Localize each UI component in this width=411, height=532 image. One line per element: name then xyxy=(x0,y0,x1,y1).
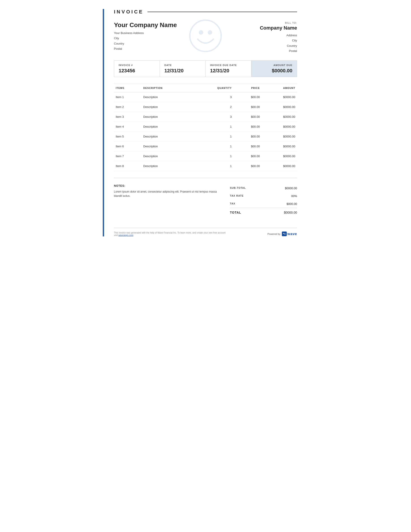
subtotal-row: SUB-TOTAL $0000.00 xyxy=(230,184,297,192)
invoice-number-label: INVOICE # xyxy=(119,64,155,66)
invoice-number-value: 123456 xyxy=(119,68,155,74)
date-value: 12/31/20 xyxy=(164,68,201,74)
wave-text: wave xyxy=(287,232,297,236)
item-quantity: 3 xyxy=(193,92,234,102)
total-value: $0000.00 xyxy=(284,211,297,214)
item-price: $00.00 xyxy=(234,141,262,151)
col-header-items: ITEMS xyxy=(114,84,141,92)
subtotal-value: $0000.00 xyxy=(285,187,297,190)
invoice-meta: INVOICE # 123456 DATE 12/31/20 INVOICE D… xyxy=(114,60,297,77)
due-date-cell: INVOICE DUE DATE 12/31/20 xyxy=(206,61,251,77)
item-quantity: 1 xyxy=(193,161,234,171)
bill-postal: Postal xyxy=(260,48,297,54)
wave-icon xyxy=(282,231,287,236)
item-quantity: 1 xyxy=(193,141,234,151)
bill-to-section: BILL TO: Company Name Address City Count… xyxy=(260,21,297,54)
tax-label: TAX xyxy=(230,202,235,206)
item-price: $00.00 xyxy=(234,92,262,102)
table-row: Item 7 Description 1 $00.00 $0000.00 xyxy=(114,151,297,161)
totals-column: SUB-TOTAL $0000.00 TAX RATE 00% TAX $000… xyxy=(230,184,297,217)
item-price: $00.00 xyxy=(234,132,262,141)
company-info: Your Company Name Your Business Address … xyxy=(114,21,260,54)
item-name: Item 8 xyxy=(114,161,141,171)
item-description: Description xyxy=(141,132,193,141)
item-amount: $0000.00 xyxy=(262,102,297,112)
item-price: $00.00 xyxy=(234,102,262,112)
subtotal-label: SUB-TOTAL xyxy=(230,187,246,190)
items-table: ITEMS DESCRIPTION QUANTITY PRICE AMOUNT … xyxy=(114,84,297,171)
notes-column: NOTES: Lorem ipsum dolor sit amet, conse… xyxy=(114,184,230,217)
item-amount: $0000.00 xyxy=(262,112,297,122)
company-name: Your Company Name xyxy=(114,21,260,29)
col-header-amount: AMOUNT xyxy=(262,84,297,92)
bill-to-label: BILL TO: xyxy=(260,21,297,24)
due-date-value: 12/31/20 xyxy=(210,68,247,74)
due-date-label: INVOICE DUE DATE xyxy=(210,64,247,66)
item-name: Item 5 xyxy=(114,132,141,141)
col-header-quantity: QUANTITY xyxy=(193,84,234,92)
table-row: Item 8 Description 1 $00.00 $0000.00 xyxy=(114,161,297,171)
tax-value: $000.00 xyxy=(287,202,297,206)
company-postal: Postal xyxy=(114,46,260,51)
table-header-row: ITEMS DESCRIPTION QUANTITY PRICE AMOUNT xyxy=(114,84,297,92)
table-row: Item 2 Description 2 $00.00 $0000.00 xyxy=(114,102,297,112)
item-description: Description xyxy=(141,141,193,151)
invoice-number-cell: INVOICE # 123456 xyxy=(114,61,160,77)
item-price: $00.00 xyxy=(234,112,262,122)
table-row: Item 3 Description 3 $00.00 $0000.00 xyxy=(114,112,297,122)
amount-due-cell: AMOUNT DUE $0000.00 xyxy=(251,61,297,77)
item-description: Description xyxy=(141,92,193,102)
item-quantity: 1 xyxy=(193,132,234,141)
item-description: Description xyxy=(141,161,193,171)
date-label: DATE xyxy=(164,64,201,66)
item-name: Item 6 xyxy=(114,141,141,151)
date-cell: DATE 12/31/20 xyxy=(160,61,206,77)
wave-logo: wave xyxy=(282,231,297,236)
item-quantity: 1 xyxy=(193,151,234,161)
footer-section: NOTES: Lorem ipsum dolor sit amet, conse… xyxy=(114,178,297,217)
powered-by: Powered by wave xyxy=(268,231,297,236)
item-price: $00.00 xyxy=(234,151,262,161)
item-name: Item 3 xyxy=(114,112,141,122)
tax-rate-label: TAX RATE xyxy=(230,194,243,198)
bottom-footer: This invoice was generated with the help… xyxy=(114,228,297,237)
item-amount: $0000.00 xyxy=(262,92,297,102)
powered-by-text: Powered by xyxy=(268,233,280,235)
waveapps-link[interactable]: waveapps.com xyxy=(118,234,133,237)
tax-rate-row: TAX RATE 00% xyxy=(230,192,297,200)
company-section: Your Company Name Your Business Address … xyxy=(114,21,297,54)
total-label: TOTAL xyxy=(230,211,241,214)
item-amount: $0000.00 xyxy=(262,151,297,161)
bill-company-name: Company Name xyxy=(260,25,297,31)
item-amount: $0000.00 xyxy=(262,161,297,171)
tax-row: TAX $000.00 xyxy=(230,200,297,208)
item-description: Description xyxy=(141,112,193,122)
item-description: Description xyxy=(141,151,193,161)
table-row: Item 5 Description 1 $00.00 $0000.00 xyxy=(114,132,297,141)
item-quantity: 1 xyxy=(193,122,234,132)
item-name: Item 4 xyxy=(114,122,141,132)
table-row: Item 6 Description 1 $00.00 $0000.00 xyxy=(114,141,297,151)
header-divider xyxy=(148,12,297,12)
bill-city: City xyxy=(260,38,297,43)
amount-due-label: AMOUNT DUE xyxy=(256,64,292,66)
company-city: City xyxy=(114,36,260,41)
item-name: Item 7 xyxy=(114,151,141,161)
company-address: Your Business Address xyxy=(114,30,260,36)
bill-country: Country xyxy=(260,43,297,48)
item-description: Description xyxy=(141,122,193,132)
item-price: $00.00 xyxy=(234,122,262,132)
tax-rate-value: 00% xyxy=(291,194,297,198)
items-section: ITEMS DESCRIPTION QUANTITY PRICE AMOUNT … xyxy=(114,84,297,171)
notes-text: Lorem ipsum dolor sit amet, consectetur … xyxy=(114,190,221,198)
col-header-description: DESCRIPTION xyxy=(141,84,193,92)
company-country: Country xyxy=(114,41,260,46)
notes-label: NOTES: xyxy=(114,184,221,187)
item-description: Description xyxy=(141,102,193,112)
item-amount: $0000.00 xyxy=(262,141,297,151)
invoice-title: INVOICE xyxy=(114,9,143,15)
invoice-header: INVOICE xyxy=(114,9,297,15)
bill-address: Address xyxy=(260,33,297,38)
blue-accent-bar xyxy=(103,9,104,237)
item-amount: $0000.00 xyxy=(262,122,297,132)
